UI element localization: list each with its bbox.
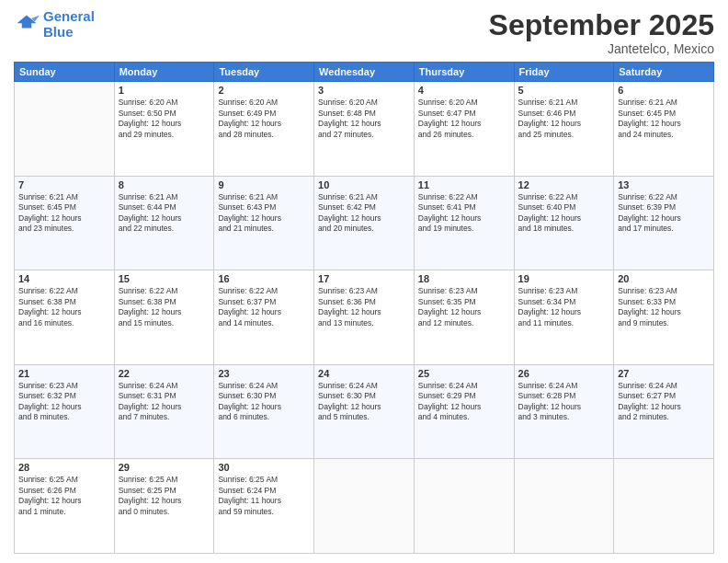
cell-info: Sunrise: 6:24 AM Sunset: 6:31 PM Dayligh… bbox=[119, 381, 210, 423]
weekday-header-thursday: Thursday bbox=[414, 63, 514, 82]
calendar-cell bbox=[414, 459, 514, 554]
calendar-week-row: 28Sunrise: 6:25 AM Sunset: 6:26 PM Dayli… bbox=[15, 459, 714, 554]
cell-info: Sunrise: 6:20 AM Sunset: 6:48 PM Dayligh… bbox=[318, 98, 410, 140]
calendar-cell: 24Sunrise: 6:24 AM Sunset: 6:30 PM Dayli… bbox=[314, 364, 415, 459]
day-number: 10 bbox=[318, 179, 410, 190]
calendar-cell: 22Sunrise: 6:24 AM Sunset: 6:31 PM Dayli… bbox=[114, 364, 214, 459]
day-number: 3 bbox=[318, 85, 410, 96]
cell-info: Sunrise: 6:22 AM Sunset: 6:38 PM Dayligh… bbox=[18, 286, 110, 328]
day-number: 1 bbox=[119, 85, 210, 96]
day-number: 20 bbox=[618, 273, 710, 284]
calendar-cell: 15Sunrise: 6:22 AM Sunset: 6:38 PM Dayli… bbox=[114, 270, 214, 365]
day-number: 13 bbox=[618, 179, 710, 190]
cell-info: Sunrise: 6:25 AM Sunset: 6:24 PM Dayligh… bbox=[218, 475, 310, 517]
cell-info: Sunrise: 6:25 AM Sunset: 6:26 PM Dayligh… bbox=[18, 475, 110, 517]
calendar-cell: 10Sunrise: 6:21 AM Sunset: 6:42 PM Dayli… bbox=[314, 176, 415, 270]
calendar-cell: 17Sunrise: 6:23 AM Sunset: 6:36 PM Dayli… bbox=[314, 270, 415, 365]
weekday-header-sunday: Sunday bbox=[15, 63, 115, 82]
day-number: 9 bbox=[218, 179, 310, 190]
calendar-cell: 13Sunrise: 6:22 AM Sunset: 6:39 PM Dayli… bbox=[614, 176, 714, 270]
cell-info: Sunrise: 6:24 AM Sunset: 6:27 PM Dayligh… bbox=[618, 381, 710, 423]
cell-info: Sunrise: 6:23 AM Sunset: 6:35 PM Dayligh… bbox=[418, 286, 510, 328]
day-number: 21 bbox=[18, 368, 110, 379]
day-number: 4 bbox=[418, 85, 510, 96]
day-number: 15 bbox=[119, 273, 210, 284]
day-number: 19 bbox=[518, 273, 610, 284]
day-number: 11 bbox=[418, 179, 510, 190]
calendar-cell: 5Sunrise: 6:21 AM Sunset: 6:46 PM Daylig… bbox=[514, 82, 614, 177]
weekday-header-friday: Friday bbox=[514, 63, 614, 82]
calendar-cell: 9Sunrise: 6:21 AM Sunset: 6:43 PM Daylig… bbox=[214, 176, 314, 270]
weekday-header-monday: Monday bbox=[114, 63, 214, 82]
day-number: 16 bbox=[218, 273, 310, 284]
svg-marker-0 bbox=[17, 15, 37, 28]
day-number: 28 bbox=[18, 462, 110, 473]
cell-info: Sunrise: 6:24 AM Sunset: 6:30 PM Dayligh… bbox=[318, 381, 410, 423]
calendar-week-row: 21Sunrise: 6:23 AM Sunset: 6:32 PM Dayli… bbox=[15, 364, 714, 459]
calendar-cell: 6Sunrise: 6:21 AM Sunset: 6:45 PM Daylig… bbox=[614, 82, 714, 177]
cell-info: Sunrise: 6:25 AM Sunset: 6:25 PM Dayligh… bbox=[119, 475, 210, 517]
cell-info: Sunrise: 6:22 AM Sunset: 6:37 PM Dayligh… bbox=[218, 286, 310, 328]
cell-info: Sunrise: 6:21 AM Sunset: 6:42 PM Dayligh… bbox=[318, 192, 410, 235]
cell-info: Sunrise: 6:22 AM Sunset: 6:38 PM Dayligh… bbox=[119, 286, 210, 328]
calendar-week-row: 14Sunrise: 6:22 AM Sunset: 6:38 PM Dayli… bbox=[15, 270, 714, 365]
calendar-cell: 18Sunrise: 6:23 AM Sunset: 6:35 PM Dayli… bbox=[414, 270, 514, 365]
cell-info: Sunrise: 6:21 AM Sunset: 6:44 PM Dayligh… bbox=[119, 192, 210, 235]
calendar-cell: 26Sunrise: 6:24 AM Sunset: 6:28 PM Dayli… bbox=[514, 364, 614, 459]
cell-info: Sunrise: 6:23 AM Sunset: 6:32 PM Dayligh… bbox=[18, 381, 110, 423]
calendar-cell bbox=[314, 459, 415, 554]
day-number: 27 bbox=[618, 368, 710, 379]
calendar-cell: 8Sunrise: 6:21 AM Sunset: 6:44 PM Daylig… bbox=[114, 176, 214, 270]
cell-info: Sunrise: 6:21 AM Sunset: 6:43 PM Dayligh… bbox=[218, 192, 310, 235]
page: General Blue September 2025 Jantetelco, … bbox=[0, 0, 728, 563]
month-title: September 2025 bbox=[489, 9, 714, 41]
calendar-cell: 20Sunrise: 6:23 AM Sunset: 6:33 PM Dayli… bbox=[614, 270, 714, 365]
day-number: 8 bbox=[119, 179, 210, 190]
weekday-header-tuesday: Tuesday bbox=[214, 63, 314, 82]
cell-info: Sunrise: 6:24 AM Sunset: 6:28 PM Dayligh… bbox=[518, 381, 610, 423]
cell-info: Sunrise: 6:21 AM Sunset: 6:45 PM Dayligh… bbox=[618, 98, 710, 140]
calendar-cell bbox=[614, 459, 714, 554]
calendar-cell: 4Sunrise: 6:20 AM Sunset: 6:47 PM Daylig… bbox=[414, 82, 514, 177]
cell-info: Sunrise: 6:20 AM Sunset: 6:49 PM Dayligh… bbox=[218, 98, 310, 140]
location-subtitle: Jantetelco, Mexico bbox=[489, 41, 714, 56]
calendar-cell: 7Sunrise: 6:21 AM Sunset: 6:45 PM Daylig… bbox=[15, 176, 115, 270]
cell-info: Sunrise: 6:23 AM Sunset: 6:34 PM Dayligh… bbox=[518, 286, 610, 328]
calendar-cell: 14Sunrise: 6:22 AM Sunset: 6:38 PM Dayli… bbox=[15, 270, 115, 365]
calendar-cell: 23Sunrise: 6:24 AM Sunset: 6:30 PM Dayli… bbox=[214, 364, 314, 459]
day-number: 24 bbox=[318, 368, 410, 379]
calendar-cell: 30Sunrise: 6:25 AM Sunset: 6:24 PM Dayli… bbox=[214, 459, 314, 554]
calendar-cell: 27Sunrise: 6:24 AM Sunset: 6:27 PM Dayli… bbox=[614, 364, 714, 459]
cell-info: Sunrise: 6:20 AM Sunset: 6:47 PM Dayligh… bbox=[418, 98, 510, 140]
day-number: 12 bbox=[518, 179, 610, 190]
calendar-cell: 1Sunrise: 6:20 AM Sunset: 6:50 PM Daylig… bbox=[114, 82, 214, 177]
day-number: 5 bbox=[518, 85, 610, 96]
day-number: 26 bbox=[518, 368, 610, 379]
calendar-cell: 19Sunrise: 6:23 AM Sunset: 6:34 PM Dayli… bbox=[514, 270, 614, 365]
calendar-cell: 11Sunrise: 6:22 AM Sunset: 6:41 PM Dayli… bbox=[414, 176, 514, 270]
weekday-header-saturday: Saturday bbox=[614, 63, 714, 82]
calendar-week-row: 7Sunrise: 6:21 AM Sunset: 6:45 PM Daylig… bbox=[15, 176, 714, 270]
calendar-cell bbox=[514, 459, 614, 554]
day-number: 29 bbox=[119, 462, 210, 473]
day-number: 7 bbox=[18, 179, 110, 190]
calendar-cell: 16Sunrise: 6:22 AM Sunset: 6:37 PM Dayli… bbox=[214, 270, 314, 365]
logo-bird-icon bbox=[14, 12, 40, 38]
cell-info: Sunrise: 6:20 AM Sunset: 6:50 PM Dayligh… bbox=[119, 98, 210, 140]
calendar-cell: 3Sunrise: 6:20 AM Sunset: 6:48 PM Daylig… bbox=[314, 82, 415, 177]
day-number: 18 bbox=[418, 273, 510, 284]
calendar-cell: 21Sunrise: 6:23 AM Sunset: 6:32 PM Dayli… bbox=[15, 364, 115, 459]
logo: General Blue bbox=[14, 9, 95, 40]
cell-info: Sunrise: 6:23 AM Sunset: 6:36 PM Dayligh… bbox=[318, 286, 410, 328]
weekday-header-wednesday: Wednesday bbox=[314, 63, 415, 82]
day-number: 2 bbox=[218, 85, 310, 96]
day-number: 22 bbox=[119, 368, 210, 379]
cell-info: Sunrise: 6:22 AM Sunset: 6:40 PM Dayligh… bbox=[518, 192, 610, 235]
calendar-cell: 28Sunrise: 6:25 AM Sunset: 6:26 PM Dayli… bbox=[15, 459, 115, 554]
cell-info: Sunrise: 6:21 AM Sunset: 6:46 PM Dayligh… bbox=[518, 98, 610, 140]
cell-info: Sunrise: 6:24 AM Sunset: 6:30 PM Dayligh… bbox=[218, 381, 310, 423]
calendar-cell: 2Sunrise: 6:20 AM Sunset: 6:49 PM Daylig… bbox=[214, 82, 314, 177]
calendar-header-row: SundayMondayTuesdayWednesdayThursdayFrid… bbox=[15, 63, 714, 82]
cell-info: Sunrise: 6:22 AM Sunset: 6:39 PM Dayligh… bbox=[618, 192, 710, 235]
calendar-table: SundayMondayTuesdayWednesdayThursdayFrid… bbox=[14, 62, 714, 554]
